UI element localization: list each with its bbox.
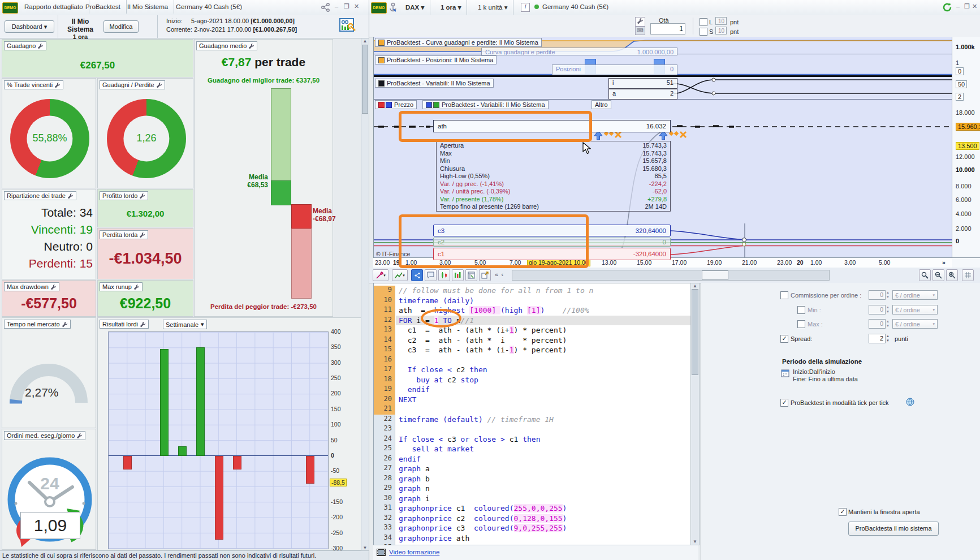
code-line-32[interactable]: 32graphonprice c2 coloured(0,128,0,155)	[374, 514, 691, 524]
report-scrollbar[interactable]: ▲ ▼	[361, 38, 369, 552]
minimize-button[interactable]: –	[335, 3, 338, 10]
keyboard-icon[interactable]: ⌨	[635, 27, 645, 35]
spinner-icon[interactable]: ▲▼	[886, 334, 890, 343]
code-line-11[interactable]: 11ath = highest [1000] (high [1]) //100%	[374, 305, 691, 316]
editor-scrollbar[interactable]: ▲ ▼	[690, 283, 700, 545]
code-line-10[interactable]: 10timeframe (daily)	[374, 296, 691, 306]
code-line-28[interactable]: 28graph b	[374, 474, 691, 484]
dashboard-dropdown[interactable]: Dashboard ▾	[5, 20, 54, 33]
code-line-26[interactable]: 26endif	[374, 454, 691, 464]
close-button[interactable]: ✕	[972, 3, 977, 10]
tab-il-mio-sistema[interactable]: Il Mio Sistema	[122, 0, 174, 14]
wrench-icon[interactable]	[157, 82, 162, 88]
code-line-14[interactable]: 14 c2 = ath - (ath * i * percent)	[374, 335, 691, 346]
chart-type-dropdown[interactable]: ▾	[392, 269, 408, 281]
chart-area[interactable]: ProBacktest - Curva guadagni e perdite: …	[373, 37, 952, 257]
spread-checkbox[interactable]: ✓	[780, 335, 788, 343]
panel-trade-vincenti-header[interactable]: % Trade vincenti	[4, 80, 63, 89]
max-unit-dropdown[interactable]: € / ordine▾	[892, 319, 938, 329]
period-dropdown[interactable]: Settimanale▾	[163, 320, 207, 329]
wrench-icon[interactable]	[38, 43, 44, 49]
collapse-icons[interactable]: « ‹	[495, 271, 503, 278]
zoom-out-icon[interactable]	[932, 269, 944, 281]
variable-box-i[interactable]: i51	[608, 78, 677, 89]
c-value-box-c2[interactable]: c20	[433, 238, 671, 247]
code-line-30[interactable]: 30graph i	[374, 494, 691, 504]
price-scale[interactable]: 1.000k1050218.00015.960,113.50012.00010.…	[952, 37, 980, 257]
wrench-icon[interactable]	[635, 17, 645, 27]
panel-risultati-lordi-header[interactable]: Risultati lordi	[100, 320, 149, 329]
modifica-button[interactable]: Modifica	[103, 20, 139, 33]
code-line-9[interactable]: 9// follow must be done for all n from 1…	[374, 286, 691, 296]
timeframe-dropdown[interactable]: 1 ora ▾	[435, 0, 467, 15]
code-line-27[interactable]: 27graph a	[374, 464, 691, 474]
pane-positions-header[interactable]: ProBacktest - Posizioni: Il Mio Sistema	[375, 55, 497, 64]
code-line-25[interactable]: 25 sell at market	[374, 444, 691, 454]
symbol-dropdown[interactable]: DAX ▾	[400, 0, 430, 15]
c-value-box-c3[interactable]: c3320,64000	[433, 225, 671, 236]
window-icon[interactable]	[465, 269, 477, 281]
long-points-input[interactable]: 10	[715, 17, 727, 25]
zoom-in-icon[interactable]	[946, 269, 958, 281]
wrench-icon[interactable]	[62, 321, 68, 327]
wrench-icon[interactable]	[140, 232, 145, 238]
panel-tempo-mercato-header[interactable]: Tempo nel mercato	[4, 320, 71, 329]
run-backtest-button[interactable]: ProBacktesta il mio sistema	[848, 522, 939, 536]
video-formazione-link[interactable]: Video formazione	[389, 549, 439, 555]
calendar-icon[interactable]	[781, 369, 789, 378]
panel-profitto-lordo-header[interactable]: Profitto lordo	[100, 191, 148, 200]
code-line-29[interactable]: 29graph n	[374, 484, 691, 494]
code-editor[interactable]: 9// follow must be done for all n from 1…	[373, 283, 692, 545]
max-input[interactable]: 0	[869, 319, 886, 329]
code-line-12[interactable]: 12FOR i = 1 TO n//1	[374, 316, 691, 326]
min-unit-dropdown[interactable]: € / ordine▾	[892, 305, 938, 315]
c-value-box-c1[interactable]: c1-320,64000	[433, 248, 671, 260]
scroll-up-icon[interactable]: ▲	[361, 38, 369, 44]
equity-series-label[interactable]: Curva guadagni e perdite1.000.000,00	[481, 48, 677, 55]
ath-value-box[interactable]: ath16.032	[433, 120, 671, 132]
code-line-24[interactable]: 24If close < c3 or close > c1 then	[374, 434, 691, 445]
editor-scroll-thumb[interactable]	[692, 289, 698, 375]
code-line-33[interactable]: 33graphonprice c3 coloured(9,0,255,255)	[374, 523, 691, 533]
spinner-icon[interactable]: ▲▼	[886, 319, 890, 328]
spinner-icon[interactable]: ▲▼	[886, 290, 890, 299]
sync-icon[interactable]	[942, 2, 953, 14]
report-settings-icon[interactable]	[339, 18, 356, 35]
code-line-19[interactable]: 19 endif	[374, 385, 691, 395]
commission-unit-dropdown[interactable]: € / ordine▾	[892, 290, 938, 300]
tab-rapporto-dettagliato[interactable]: Rapporto dettagliato	[19, 0, 89, 14]
tab-altro[interactable]: Altro	[592, 100, 611, 109]
panel-max-runup-header[interactable]: Max runup	[100, 282, 143, 291]
bars-icon[interactable]	[452, 269, 464, 281]
spread-input[interactable]: 2	[869, 334, 886, 343]
panel-guadagni-perdite-header[interactable]: Guadagni / Perdite	[100, 80, 165, 89]
code-line-22[interactable]: 22timeframe (default) // timeframe 1H	[374, 415, 691, 425]
qty-input[interactable]	[650, 23, 685, 35]
code-line-31[interactable]: 31graphonprice c1 coloured(255,0,0,255)	[374, 503, 691, 514]
draw-tool-dropdown[interactable]: ▾	[373, 269, 388, 281]
min-input[interactable]: 0	[869, 305, 886, 315]
info-icon[interactable]: i	[521, 3, 530, 12]
units-dropdown[interactable]: 1 k unità ▾	[472, 0, 513, 15]
tick-checkbox[interactable]: ✓	[780, 399, 788, 407]
grid-icon[interactable]	[962, 269, 974, 281]
long-checkbox[interactable]	[700, 18, 707, 26]
short-checkbox[interactable]	[700, 28, 707, 36]
scroll-down-icon[interactable]: ▼	[691, 539, 699, 544]
min-checkbox[interactable]	[797, 306, 805, 314]
max-checkbox[interactable]	[797, 320, 805, 328]
tab-probacktest[interactable]: ProBacktest	[80, 0, 127, 14]
scroll-thumb[interactable]	[362, 45, 368, 114]
panel-ripartizione-header[interactable]: Ripartizione dei trade	[4, 191, 76, 200]
code-line-20[interactable]: 20NEXT	[374, 395, 691, 405]
commission-checkbox[interactable]	[780, 291, 788, 299]
code-line-34[interactable]: 34graphonprice ath	[374, 533, 691, 544]
minimize-button[interactable]: –	[956, 3, 960, 10]
short-points-input[interactable]: 10	[715, 27, 727, 35]
scroll-down-icon[interactable]: ▼	[361, 545, 369, 550]
panel-guadagno-medio-header[interactable]: Guadagno medio	[196, 41, 257, 50]
commission-input[interactable]: 0	[869, 290, 886, 300]
panel-guadagno-header[interactable]: Guadagno	[4, 41, 46, 50]
wrench-icon[interactable]	[77, 433, 83, 438]
code-line-16[interactable]: 16	[374, 355, 691, 365]
